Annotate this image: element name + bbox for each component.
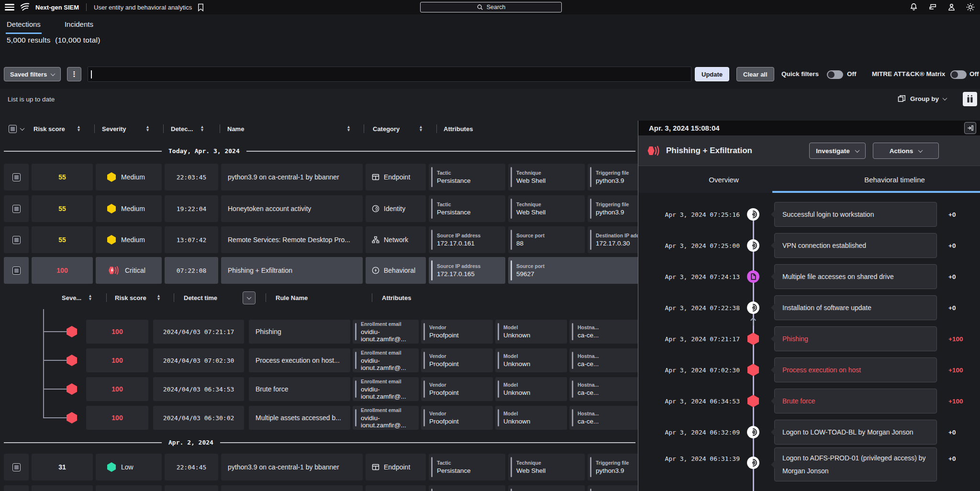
timeline-entry-alert: Apr 3, 2024 07:21:17 Phishing +100 bbox=[638, 326, 980, 351]
panel-timestamp: Apr. 3, 2024 15:08:04 bbox=[649, 124, 720, 132]
top-bar: Next-gen SIEM User entity and behavioral… bbox=[0, 0, 980, 14]
quick-filters-toggle[interactable] bbox=[827, 70, 843, 79]
attribute-chip: Enrollment emailovidiu-ionut.zamfir@... bbox=[353, 348, 419, 372]
sort-icon[interactable]: ▲▼ bbox=[201, 126, 203, 132]
actions-button[interactable]: Actions bbox=[873, 143, 939, 159]
panel-tabs: Overview Behavioral timeline bbox=[638, 166, 980, 193]
panel-collapse-icon[interactable] bbox=[964, 122, 976, 134]
timeline-card[interactable]: Brute force bbox=[774, 389, 937, 413]
investigate-button[interactable]: Investigate bbox=[809, 143, 866, 159]
rule-risk-score: 100 bbox=[86, 348, 148, 372]
timeline-card[interactable]: Multiple file accesses on shared drive bbox=[774, 264, 937, 289]
table-row[interactable]: 55 Medium 19:22:04 Honeytoken account ac… bbox=[4, 195, 664, 222]
mitre-matrix-toggle[interactable] bbox=[950, 70, 967, 79]
timeline-date: Apr 3, 2024 06:31:39 bbox=[648, 447, 740, 479]
timeline-card[interactable]: Process execution on host bbox=[774, 357, 937, 382]
filter-options-kebab-button[interactable]: ⋮ bbox=[67, 67, 81, 81]
timeline-card[interactable]: Successful login to workstation bbox=[774, 202, 937, 227]
timeline-score: +0 bbox=[948, 264, 956, 289]
row-checkbox[interactable] bbox=[12, 205, 21, 213]
table-row[interactable]: 55 Medium 13:07:42 Remote Services: Remo… bbox=[4, 226, 664, 253]
attribute-chip: Enrollment emailovidiu-ionut.zamfir@... bbox=[353, 406, 419, 430]
table-row[interactable]: 55 Medium 22:03:45 python3.9 on ca-centr… bbox=[4, 164, 664, 190]
detection-detail-panel: Apr. 3, 2024 15:08:04 Phishing + Exfiltr… bbox=[638, 121, 980, 491]
timeline-date: Apr 3, 2024 07:02:30 bbox=[648, 357, 740, 382]
update-button[interactable]: Update bbox=[695, 67, 729, 81]
select-all-checkbox[interactable] bbox=[9, 125, 17, 133]
sort-icon[interactable]: ▲▼ bbox=[146, 126, 149, 132]
row-checkbox[interactable] bbox=[12, 173, 21, 181]
timeline-score: +0 bbox=[948, 447, 956, 479]
col-attributes: Attributes bbox=[444, 125, 473, 133]
notifications-bell-icon[interactable] bbox=[909, 2, 918, 12]
saved-filters-button[interactable]: Saved filters bbox=[4, 67, 61, 81]
table-row[interactable]: 31 Low 22:04:45 python3.9 on ca-central-… bbox=[4, 454, 664, 480]
severity-medium-icon bbox=[107, 172, 116, 182]
timeline-card[interactable]: Phishing bbox=[774, 326, 937, 351]
detections-table-header: Risk score ▲▼ Severity ▲▼ Detec... ▲▼ Na… bbox=[0, 119, 638, 139]
tree-branch-line bbox=[43, 389, 68, 390]
attribute-chip: Source IP address172.17.0.161 bbox=[429, 226, 505, 253]
timeline-card[interactable]: Logon to LOW-TOAD-BL by Morgan Jonson bbox=[774, 420, 937, 445]
detect-time: 13:07:42 bbox=[165, 226, 218, 253]
clear-all-button[interactable]: Clear all bbox=[736, 67, 774, 81]
theme-sun-icon[interactable] bbox=[966, 2, 975, 12]
attribute-chip: Source port88 bbox=[508, 226, 585, 253]
filter-query-input[interactable] bbox=[88, 67, 691, 82]
mitre-matrix-state: Off bbox=[969, 70, 979, 78]
subtable-row[interactable]: 100 2024/04/03 07:02:30 Process executio… bbox=[86, 348, 641, 372]
results-total: (10,000 total) bbox=[55, 36, 100, 45]
table-row-partial[interactable]: Userna... Accoun... Activit... bbox=[4, 485, 664, 491]
tab-overview[interactable]: Overview bbox=[638, 166, 809, 193]
tree-branch-line bbox=[43, 360, 68, 361]
attribute-chip: VendorProofpoint bbox=[421, 377, 493, 401]
timeline-card[interactable]: Logon to ADFS-PROD-01 (privileged access… bbox=[774, 447, 937, 481]
attribute-chip: TacticPersistance bbox=[429, 454, 505, 480]
column-divider bbox=[372, 293, 372, 302]
global-search-input[interactable]: Search bbox=[420, 2, 562, 12]
detection-name: python3.9 on ca-central-1 by bbanner bbox=[221, 454, 363, 480]
detect-time-dropdown-button[interactable] bbox=[243, 291, 256, 304]
column-settings-button[interactable] bbox=[963, 92, 977, 106]
attribute-chip: TechniqueWeb Shell bbox=[508, 164, 585, 190]
severity-label: Medium bbox=[121, 205, 145, 212]
attribute-chip: TechniqueWeb Shell bbox=[508, 454, 585, 480]
messages-icon[interactable] bbox=[928, 3, 937, 12]
alert-hexagon-icon bbox=[747, 395, 759, 407]
sort-icon[interactable]: ▲▼ bbox=[420, 126, 422, 132]
tab-incidents[interactable]: Incidents bbox=[64, 17, 94, 34]
sort-icon[interactable]: ▲▼ bbox=[89, 295, 91, 301]
fingerprint-icon bbox=[746, 456, 760, 469]
tab-detections[interactable]: Detections bbox=[6, 17, 42, 34]
user-account-icon[interactable] bbox=[947, 2, 956, 12]
timeline-score: +100 bbox=[948, 326, 963, 351]
tree-trunk-line bbox=[43, 309, 44, 418]
row-checkbox[interactable] bbox=[12, 463, 21, 471]
filter-bar: Saved filters ⋮ Update Clear all Quick f… bbox=[0, 65, 980, 84]
hamburger-menu-icon[interactable] bbox=[5, 4, 14, 11]
sort-icon[interactable]: ▲▼ bbox=[157, 295, 160, 301]
identity-fingerprint-icon bbox=[372, 205, 379, 212]
risk-score-value: 31 bbox=[32, 454, 93, 480]
subtable-row[interactable]: 100 2024/04/03 06:30:02 Multiple assets … bbox=[86, 406, 641, 430]
table-row-selected[interactable]: 100 Critical 07:22:08 Phishing + Exfiltr… bbox=[4, 257, 709, 284]
row-checkbox[interactable] bbox=[12, 267, 21, 275]
timeline-date: Apr 3, 2024 07:21:17 bbox=[648, 326, 740, 351]
risk-score-value: 55 bbox=[32, 164, 93, 190]
timeline-card[interactable]: VPN connection established bbox=[774, 233, 937, 258]
subtable-row[interactable]: 100 2024/04/03 07:21:17 Phishing Enrollm… bbox=[86, 320, 641, 344]
tab-behavioral-timeline[interactable]: Behavioral timeline bbox=[809, 166, 980, 193]
timeline-card[interactable]: Installation of software update bbox=[774, 295, 937, 320]
subtable-row[interactable]: 100 2024/04/03 06:34:53 Brute force Enro… bbox=[86, 377, 641, 401]
sort-icon[interactable]: ▲▼ bbox=[78, 126, 80, 132]
risk-score-value: 100 bbox=[32, 257, 93, 284]
sort-icon[interactable]: ▲▼ bbox=[347, 126, 350, 132]
row-checkbox[interactable] bbox=[12, 236, 21, 244]
bookmark-icon[interactable] bbox=[197, 3, 204, 11]
list-status-message: List is up to date bbox=[8, 96, 55, 103]
endpoint-icon bbox=[372, 463, 379, 471]
col-category: Category bbox=[373, 125, 400, 133]
severity-critical-hexagon-icon bbox=[67, 355, 77, 366]
chevron-down-icon[interactable] bbox=[20, 126, 25, 131]
group-by-control[interactable]: Group by bbox=[898, 95, 947, 103]
